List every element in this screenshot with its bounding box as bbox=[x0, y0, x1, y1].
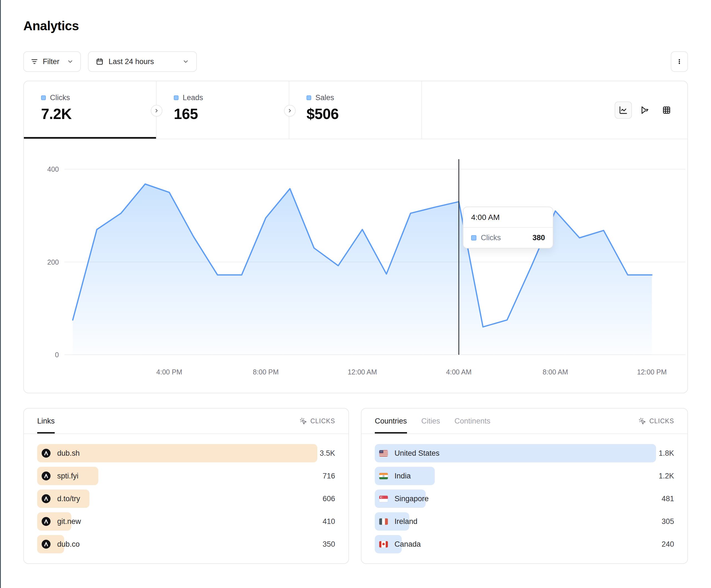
link-clicks: 606 bbox=[323, 495, 335, 503]
date-range-label: Last 24 hours bbox=[109, 58, 154, 66]
country-row[interactable]: Singapore 481 bbox=[375, 490, 674, 508]
chevron-right-icon bbox=[154, 108, 159, 113]
chevron-down-icon bbox=[67, 58, 73, 65]
line-chart-view-button[interactable] bbox=[615, 101, 632, 119]
table-view-button[interactable] bbox=[658, 101, 675, 119]
tab-leads[interactable]: Leads 165 bbox=[156, 81, 289, 139]
svg-text:400: 400 bbox=[47, 165, 59, 173]
svg-text:12:00 AM: 12:00 AM bbox=[348, 368, 377, 376]
svg-text:0: 0 bbox=[55, 351, 59, 359]
more-options-button[interactable] bbox=[671, 51, 688, 72]
dub-logo-icon bbox=[42, 517, 50, 526]
stats-tabs-row: Clicks 7.2K Leads 165 Sales $506 bbox=[24, 81, 687, 139]
filter-button[interactable]: Filter bbox=[23, 51, 81, 72]
country-clicks: 305 bbox=[662, 517, 674, 526]
country-row[interactable]: Ireland 305 bbox=[375, 512, 674, 530]
links-panel: Links CLICKS dub.sh 3.5K bbox=[23, 408, 349, 564]
tab-links[interactable]: Links bbox=[37, 409, 55, 433]
country-row[interactable]: Canada 240 bbox=[375, 535, 674, 553]
funnel-view-button[interactable] bbox=[636, 101, 653, 119]
leads-legend-swatch bbox=[174, 95, 178, 100]
dub-logo-icon bbox=[42, 449, 50, 458]
sales-legend-swatch bbox=[306, 95, 311, 100]
tooltip-time: 4:00 AM bbox=[464, 207, 553, 228]
calendar-icon bbox=[96, 58, 104, 65]
flag-singapore-icon bbox=[379, 496, 388, 502]
funnel-icon bbox=[641, 106, 649, 115]
link-row[interactable]: dub.co 350 bbox=[37, 535, 335, 553]
country-row[interactable]: India 1.2K bbox=[375, 467, 674, 485]
filter-label: Filter bbox=[43, 58, 59, 66]
line-chart-icon bbox=[619, 106, 628, 115]
link-row[interactable]: dub.sh 3.5K bbox=[37, 444, 335, 462]
expand-clicks-button[interactable] bbox=[151, 105, 163, 116]
mouse-pointer-click-icon bbox=[639, 417, 646, 425]
country-label: Singapore bbox=[394, 495, 429, 503]
analytics-chart-card: Clicks 7.2K Leads 165 Sales $506 bbox=[23, 81, 688, 393]
country-row[interactable]: United States 1.8K bbox=[375, 444, 674, 462]
chevron-right-icon bbox=[287, 108, 293, 113]
leads-value: 165 bbox=[174, 106, 289, 122]
expand-leads-button[interactable] bbox=[284, 105, 296, 116]
svg-text:4:00 AM: 4:00 AM bbox=[446, 368, 472, 376]
link-label: dub.co bbox=[57, 540, 80, 549]
country-label: United States bbox=[394, 449, 439, 458]
link-row[interactable]: spti.fyi 716 bbox=[37, 467, 335, 485]
link-clicks: 410 bbox=[323, 517, 335, 526]
flag-united-states-icon bbox=[379, 450, 388, 456]
links-list: dub.sh 3.5K spti.fyi 716 d.to/try 606 bbox=[24, 434, 348, 553]
link-clicks: 3.5K bbox=[320, 449, 335, 458]
country-clicks: 481 bbox=[662, 495, 674, 503]
kebab-menu-icon bbox=[675, 58, 683, 65]
mouse-pointer-click-icon bbox=[300, 417, 307, 425]
clicks-area-chart[interactable]: 02004004:00 PM8:00 PM12:00 AM4:00 AM8:00… bbox=[24, 139, 688, 393]
countries-panel-header: Countries Cities Continents CLICKS bbox=[362, 409, 687, 434]
country-clicks: 240 bbox=[662, 540, 674, 549]
flag-ireland-icon bbox=[379, 518, 388, 525]
link-row[interactable]: git.new 410 bbox=[37, 512, 335, 530]
clicks-legend-swatch bbox=[41, 95, 46, 100]
link-clicks: 350 bbox=[323, 540, 335, 549]
countries-panel: Countries Cities Continents CLICKS Unite… bbox=[361, 408, 688, 564]
chevron-down-icon bbox=[182, 58, 189, 65]
svg-text:8:00 PM: 8:00 PM bbox=[253, 368, 279, 376]
tab-clicks[interactable]: Clicks 7.2K bbox=[24, 81, 156, 139]
list-filter-icon bbox=[30, 58, 38, 65]
tab-continents[interactable]: Continents bbox=[454, 409, 490, 433]
link-label: dub.sh bbox=[57, 449, 80, 458]
clicks-metric-header[interactable]: CLICKS bbox=[300, 409, 335, 433]
flag-india-icon bbox=[379, 473, 388, 479]
metric-label: CLICKS bbox=[649, 417, 674, 425]
sales-value: $506 bbox=[306, 106, 422, 122]
svg-text:4:00 PM: 4:00 PM bbox=[156, 368, 182, 376]
date-range-button[interactable]: Last 24 hours bbox=[88, 51, 197, 72]
tab-cities[interactable]: Cities bbox=[422, 409, 440, 433]
svg-text:8:00 AM: 8:00 AM bbox=[542, 368, 568, 376]
links-panel-header: Links CLICKS bbox=[24, 409, 348, 434]
chart-view-switcher bbox=[615, 101, 675, 119]
link-row[interactable]: d.to/try 606 bbox=[37, 490, 335, 508]
chart-tooltip: 4:00 AM Clicks 380 bbox=[463, 207, 553, 249]
clicks-value: 7.2K bbox=[41, 106, 156, 122]
clicks-metric-header[interactable]: CLICKS bbox=[639, 409, 674, 433]
tab-sales[interactable]: Sales $506 bbox=[289, 81, 422, 139]
tooltip-series-label: Clicks bbox=[481, 233, 501, 242]
svg-text:12:00 PM: 12:00 PM bbox=[637, 368, 667, 376]
window-edge-line bbox=[0, 0, 1, 588]
chart-plot-area[interactable]: 02004004:00 PM8:00 PM12:00 AM4:00 AM8:00… bbox=[24, 139, 688, 393]
metric-label: CLICKS bbox=[310, 417, 335, 425]
table-icon bbox=[662, 106, 671, 115]
flag-canada-icon bbox=[379, 541, 388, 547]
country-label: Ireland bbox=[394, 517, 417, 526]
country-clicks: 1.8K bbox=[659, 449, 674, 458]
dub-logo-icon bbox=[42, 472, 50, 480]
link-label: d.to/try bbox=[57, 495, 80, 503]
link-clicks: 716 bbox=[323, 472, 335, 480]
tab-countries[interactable]: Countries bbox=[375, 409, 407, 433]
link-label: spti.fyi bbox=[57, 472, 79, 480]
analytics-page: Analytics Filter Last 24 hours bbox=[23, 0, 688, 588]
stat-label: Sales bbox=[316, 93, 334, 102]
country-clicks: 1.2K bbox=[659, 472, 674, 480]
page-title: Analytics bbox=[23, 18, 79, 33]
country-label: Canada bbox=[394, 540, 421, 549]
